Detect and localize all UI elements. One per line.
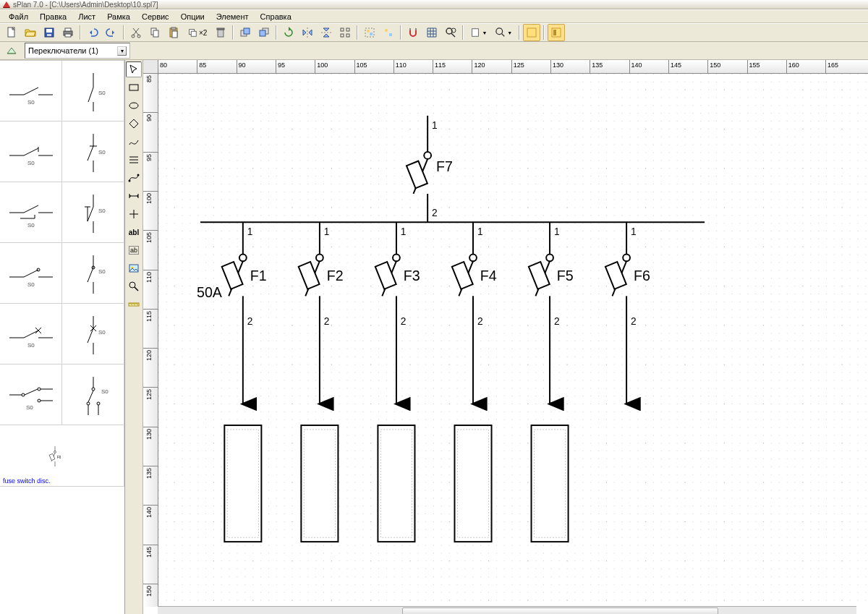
symbol-cell[interactable]: S0 [0,121,62,182]
menu-options[interactable]: Опции [175,11,210,22]
rect-tool[interactable] [126,80,142,95]
group-button[interactable] [361,24,378,41]
library-icon[interactable] [3,42,20,59]
svg-point-136 [239,254,247,261]
svg-text:S0: S0 [26,404,33,411]
symbol-cell[interactable]: S0 [62,121,124,182]
text2-tool[interactable]: ab [126,242,142,258]
freehand-tool[interactable] [126,134,142,150]
bezier-tool[interactable] [126,170,142,186]
drawing-canvas[interactable]: 1 2 F7 50A 1F121 этаж1F222 этаж1F323 эта… [158,73,868,607]
ruler-corner [143,60,158,74]
menu-service[interactable]: Сервис [136,11,175,22]
copy-button[interactable] [146,24,163,41]
svg-rect-15 [191,31,196,36]
symbol-cell[interactable]: S0 [62,364,124,425]
zoom-button[interactable]: ▼ [492,24,516,41]
page-view-button[interactable]: ▼ [467,24,490,41]
pointer-tool[interactable] [126,61,142,77]
cut-button[interactable] [127,24,145,41]
symbol-cell[interactable]: S0 [62,182,124,243]
svg-rect-10 [153,30,158,37]
symbol-cell[interactable]: S0 [62,243,124,304]
ungroup-button[interactable] [380,24,397,41]
fuse-f7[interactable]: 1 2 F7 [407,116,453,222]
snap-button[interactable] [404,24,422,41]
branch-F3[interactable]: 1F323 этаж [158,73,420,542]
poly-tool[interactable] [126,116,142,132]
zoom-tool[interactable] [126,278,142,294]
library-combo[interactable]: Переключатели (1) ▾ [25,43,130,59]
symbol-cell[interactable]: S0 [62,61,124,121]
symbol-cell-fuse[interactable]: F0 fuse switch disc. [0,425,124,487]
svg-rect-39 [553,30,556,35]
align-button[interactable] [336,24,354,41]
highlight1-button[interactable] [523,24,540,41]
undo-button[interactable] [84,24,101,41]
menu-frame[interactable]: Рамка [101,11,136,22]
to-back-button[interactable] [255,24,273,41]
symbol-cell[interactable]: S0 [0,243,62,304]
window-title: sPlan 7.0 - [C:\Users\Admin\Desktop\10.s… [13,1,158,9]
paste-button[interactable] [165,24,182,41]
svg-text:1: 1 [247,226,253,237]
svg-rect-160 [375,262,396,289]
print-button[interactable] [59,24,77,41]
menu-sheet[interactable]: Лист [72,11,101,22]
circle-tool[interactable] [126,98,142,114]
svg-rect-16 [218,30,224,37]
symbol-cell[interactable]: S0 [0,61,62,121]
menu-file[interactable]: Файл [3,11,34,22]
image-tool[interactable] [126,260,142,276]
svg-line-124 [135,287,138,291]
mirror-v-button[interactable] [318,24,335,41]
menu-element[interactable]: Элемент [210,11,255,22]
find-button[interactable] [442,24,459,41]
svg-rect-28 [370,33,373,35]
branch-F1[interactable]: 1F121 этаж [158,73,267,542]
node-tool[interactable] [126,206,142,222]
amp-label[interactable]: 50A [197,284,223,300]
branch-F5[interactable]: 1F525 этаж [158,73,574,542]
open-button[interactable] [22,24,39,41]
save-button[interactable] [41,24,58,41]
highlight2-button[interactable] [548,24,565,41]
menu-help[interactable]: Справка [255,11,297,22]
ruler-horizontal[interactable]: 8085909510010511011512012513013514014515… [158,60,868,74]
horizontal-scrollbar[interactable] [158,606,856,614]
duplicate-button[interactable]: ×2 [184,24,210,41]
symbol-cell[interactable]: S0 [0,304,62,364]
symbol-cell[interactable]: S0 [0,182,62,243]
svg-rect-111 [49,453,55,460]
delete-button[interactable] [212,24,229,41]
svg-text:S0: S0 [98,329,106,336]
text-tool[interactable]: abI [126,224,142,240]
svg-text:2: 2 [401,316,407,327]
menu-bar: Файл Правка Лист Рамка Сервис Опции Элем… [0,9,868,23]
dimension-tool[interactable] [126,188,142,204]
svg-text:F4: F4 [480,268,497,283]
svg-rect-142 [224,425,261,542]
schematic: 1 2 F7 50A 1F121 этаж1F222 этаж1F323 эта… [158,73,868,607]
measure-tool[interactable] [126,297,142,312]
ruler-vertical[interactable]: 8590951001051101151201251301351401451501… [143,73,158,607]
mirror-h-button[interactable] [299,24,316,41]
svg-rect-175 [454,425,491,542]
svg-rect-24 [341,34,344,37]
to-front-button[interactable] [237,24,254,41]
grid-button[interactable] [423,24,441,41]
rotate-button[interactable] [280,24,297,41]
redo-button[interactable] [103,24,120,41]
new-button[interactable] [3,24,20,41]
symbol-cell[interactable]: S0 [62,304,124,364]
svg-line-49 [24,148,38,155]
svg-text:F3: F3 [404,268,420,283]
svg-rect-17 [217,28,224,30]
menu-edit[interactable]: Правка [34,11,72,22]
line-tool[interactable] [126,152,142,168]
symbol-cell[interactable]: S0 [0,364,62,425]
svg-rect-12 [171,27,176,30]
svg-text:F7: F7 [436,158,453,174]
branch-F6[interactable]: 1F62 [605,222,650,404]
scrollbar-thumb[interactable] [402,607,718,614]
